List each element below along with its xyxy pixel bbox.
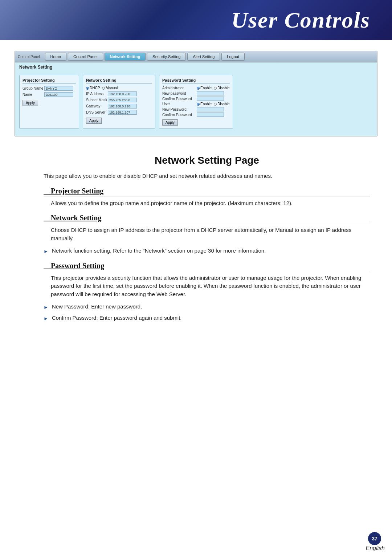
dns-label: DNS Server [86,110,108,114]
page-header: User Controls [0,0,392,40]
web-ui-screenshot: Control Panel Home Control Panel Network… [15,51,377,136]
network-heading-label: Network Setting [51,214,101,222]
password-panel-title: Password Setting [162,78,230,84]
nav-tab-home[interactable]: Home [45,53,66,61]
group-name-input[interactable] [44,86,73,91]
ip-address-row: IP Address [86,91,152,96]
user-radio-group: Enable Disable [197,102,230,106]
user-enable-dot [197,103,200,106]
bullet-arrow-icon-2: ► [44,304,48,311]
dhcp-row: DHCP Manual [86,86,152,90]
gateway-input[interactable] [108,104,137,109]
section-title: Network Setting [15,62,377,72]
admin-label: Administrator [162,86,197,90]
gateway-row: Gateway [86,104,152,109]
network-bullet: ► Network function setting, Refer to the… [44,247,370,255]
user-new-password-input[interactable] [197,107,224,111]
name-row: Name [23,92,76,97]
bullet-arrow-icon-3: ► [44,315,48,322]
network-heading: Network Setting [44,214,370,223]
dhcp-radio-group: DHCP Manual [86,86,118,90]
projector-setting-panel: Projector Setting Group Name Name Apply [19,75,79,129]
manual-radio-dot [102,87,105,90]
user-confirm-password-row: Confirm Password [162,113,230,117]
new-password-input[interactable] [197,91,224,95]
group-name-row: Group Name [23,86,76,91]
dhcp-radio[interactable]: DHCP [86,86,100,90]
subnet-mask-input[interactable] [108,98,137,102]
doc-intro: This page allow you to enable or disable… [44,172,370,180]
network-apply-button[interactable]: Apply [86,118,102,124]
network-setting-text: Choose DHCP to assign an IP address to t… [51,226,370,242]
user-enable-radio[interactable]: Enable [197,102,212,106]
new-password-label: New password [162,91,197,95]
page-number-badge: 37 [368,532,381,545]
new-password-bullet: ► New Password: Enter new password. [44,303,370,311]
projector-panel-title: Projector Setting [23,78,76,84]
user-row: User Enable Disable [162,102,230,106]
new-password-bullet-text: New Password: Enter new password. [52,303,142,311]
group-name-label: Group Name [23,86,44,90]
nav-tab-control-panel[interactable]: Control Panel [68,53,103,61]
projector-heading: Projector Setting [44,187,370,196]
nav-tab-alert-setting[interactable]: Alert Setting [187,53,220,61]
web-content: Projector Setting Group Name Name Apply … [15,72,377,136]
password-heading: Password Setting [44,262,370,271]
admin-row: Administrator Enable Disable [162,86,230,90]
confirm-password-input[interactable] [197,97,224,101]
projector-heading-label: Projector Setting [51,187,103,195]
confirm-password-label: Confirm Password [162,97,197,101]
password-setting-text: This projector provides a security funct… [51,274,370,299]
password-setting-panel: Password Setting Administrator Enable Di… [159,75,233,129]
network-panel-title: Network Setting [86,78,152,84]
user-confirm-password-label: Confirm Password [162,113,197,117]
user-new-password-label: New Password [162,107,197,111]
network-bullet-text: Network function setting, Refer to the “… [52,247,266,255]
projector-apply-button[interactable]: Apply [23,100,38,106]
admin-disable-radio[interactable]: Disable [214,86,229,90]
name-input[interactable] [44,92,73,97]
user-new-password-row: New Password [162,107,230,111]
ip-label: IP Address [86,92,108,96]
new-password-row: New password [162,91,230,95]
user-disable-radio[interactable]: Disable [214,102,229,106]
nav-brand: Control Panel [18,55,40,59]
name-label: Name [23,93,44,97]
network-setting-panel: Network Setting DHCP Manual IP Address [83,75,155,129]
subnet-mask-row: Subnet Mask [86,98,152,102]
confirm-password-bullet: ► Confirm Password: Enter password again… [44,314,370,322]
user-label: User [162,102,197,106]
user-disable-dot [214,103,217,106]
nav-tab-logout[interactable]: Logout [221,53,245,61]
confirm-password-bullet-text: Confirm Password: Enter password again a… [52,314,182,322]
admin-enable-dot [197,87,200,90]
admin-radio-group: Enable Disable [197,86,230,90]
doc-page-title: Network Setting Page [44,155,370,166]
dns-server-row: DNS Server [86,110,152,115]
gateway-label: Gateway [86,104,108,108]
dns-input[interactable] [108,110,137,115]
nav-tab-network-setting[interactable]: Network Setting [105,53,146,61]
bullet-arrow-icon: ► [44,248,48,255]
admin-disable-dot [214,87,217,90]
password-heading-label: Password Setting [51,262,104,270]
user-confirm-password-input[interactable] [197,113,224,117]
page-title: User Controls [231,7,370,33]
subnet-label: Subnet Mask [86,98,108,102]
confirm-password-row: Confirm Password [162,97,230,101]
nav-bar: Control Panel Home Control Panel Network… [15,51,377,62]
manual-radio[interactable]: Manual [102,86,118,90]
dhcp-radio-dot [86,87,89,90]
password-apply-button[interactable]: Apply [162,119,178,126]
language-label: English [366,545,385,552]
nav-tab-security-setting[interactable]: Security Setting [147,53,186,61]
admin-enable-radio[interactable]: Enable [197,86,212,90]
doc-section: Network Setting Page This page allow you… [0,147,392,339]
ip-address-input[interactable] [108,91,137,96]
projector-setting-text: Allows you to define the group name and … [51,199,370,208]
